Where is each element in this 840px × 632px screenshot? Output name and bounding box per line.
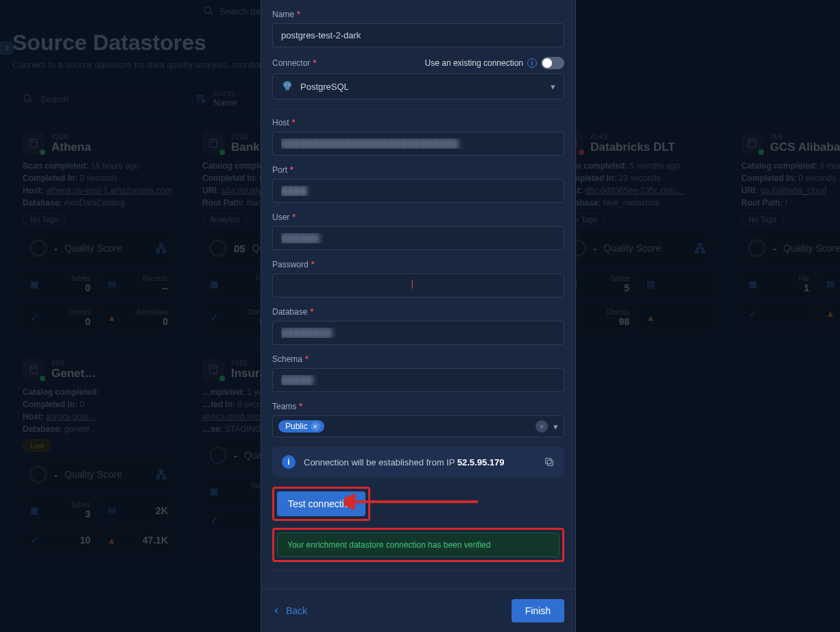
- svg-rect-39: [546, 459, 551, 464]
- chevron-down-icon: ▾: [551, 82, 555, 92]
- chevron-left-icon: [272, 607, 280, 615]
- finish-button[interactable]: Finish: [512, 599, 564, 622]
- schema-input[interactable]: [272, 368, 564, 392]
- user-label: User: [272, 212, 289, 222]
- port-label: Port: [272, 165, 287, 175]
- existing-connection-label: Use an existing connection: [425, 58, 523, 68]
- name-input[interactable]: [272, 23, 564, 47]
- clear-teams-icon[interactable]: ×: [536, 420, 548, 433]
- add-datastore-modal: Name* Connector* Use an existing connect…: [261, 0, 576, 632]
- postgresql-icon: [281, 80, 293, 93]
- name-label: Name: [272, 10, 294, 19]
- connector-label: Connector: [272, 58, 310, 68]
- database-input[interactable]: [272, 321, 564, 345]
- annotation-arrow: [344, 494, 481, 510]
- verified-banner: Your enrichment datastore connection has…: [277, 533, 560, 557]
- password-input[interactable]: [272, 274, 564, 297]
- schema-label: Schema: [272, 354, 302, 364]
- verified-banner-highlight: Your enrichment datastore connection has…: [272, 528, 564, 562]
- chevron-down-icon: ▾: [553, 422, 558, 432]
- remove-chip-icon[interactable]: ×: [311, 422, 320, 431]
- teams-select[interactable]: Public × × ▾: [272, 415, 564, 437]
- svg-point-37: [289, 84, 290, 86]
- database-label: Database: [272, 307, 307, 317]
- copy-icon[interactable]: [544, 457, 555, 467]
- port-input[interactable]: [272, 179, 564, 203]
- existing-connection-toggle[interactable]: [541, 57, 564, 69]
- team-chip-public[interactable]: Public ×: [278, 420, 324, 433]
- back-button[interactable]: Back: [272, 605, 307, 616]
- connector-select[interactable]: PostgreSQL ▾: [272, 73, 564, 99]
- password-label: Password: [272, 260, 309, 269]
- info-icon[interactable]: i: [527, 58, 537, 68]
- svg-point-36: [285, 84, 287, 86]
- ip-banner: i Connection will be established from IP…: [272, 447, 564, 477]
- host-input[interactable]: [272, 132, 564, 156]
- info-icon: i: [282, 455, 296, 469]
- svg-rect-38: [547, 460, 553, 465]
- user-input[interactable]: [272, 226, 564, 250]
- teams-label: Teams: [272, 402, 296, 411]
- host-label: Host: [272, 118, 289, 127]
